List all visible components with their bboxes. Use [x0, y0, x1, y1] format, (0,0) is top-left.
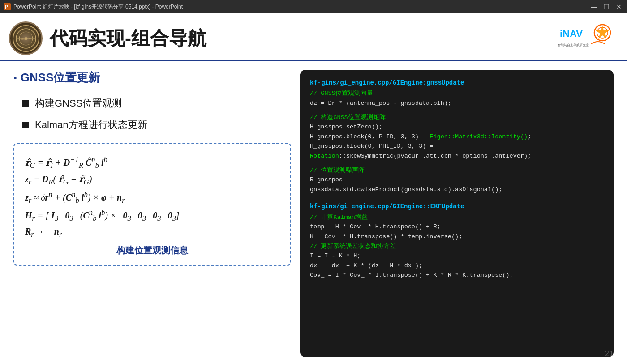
code-section-2-title: kf-gins/gi_engine.cpp/GIEngine::EKFUpdat… [310, 201, 604, 211]
restore-button[interactable]: ❐ [602, 2, 611, 11]
code-line-19: Cov_ = I * Cov_ * I.transpose() + K * R … [310, 270, 604, 280]
svg-text:P: P [5, 4, 8, 9]
code-line-15: K = Cov_ * H.transpose() * temp.inverse(… [310, 232, 604, 242]
bullet-item-2: Kalman方程进行状态更新 [22, 118, 291, 132]
bullet-icon-2 [22, 122, 29, 128]
formula-5: Rr ← nr [25, 227, 279, 239]
code-line-5: H_gnsspos.setZero(); [310, 122, 604, 132]
bullet-list: 构建GNSS位置观测 Kalman方程进行状态更新 [13, 97, 291, 132]
nav-logo: iNAV 智能与自主导航研究室 [555, 24, 614, 53]
bullet-item-1: 构建GNSS位置观测 [22, 97, 291, 110]
close-button[interactable]: ✕ [614, 2, 623, 11]
code-line-16: // 更新系统误差状态和协方差 [310, 242, 604, 252]
formula-1: r̂G = r̂I + D−1R Ĉnb lb [25, 155, 279, 170]
logo-inner: 武汉大学 [13, 25, 39, 52]
formula-4: Hr = [ I3 03 (Cnb lb) × 03 03 03 03] [25, 208, 279, 223]
app-icon: P [4, 3, 11, 10]
code-line-10: // 位置观测噪声阵 [310, 166, 604, 176]
svg-text:武汉大学: 武汉大学 [21, 38, 31, 40]
left-panel: GNSS位置更新 构建GNSS位置观测 Kalman方程进行状态更新 r̂G =… [13, 70, 291, 357]
code-line-13: // 计算Kalman增益 [310, 213, 604, 223]
formula-2: zr = DR( r̂G − r̃G) [25, 174, 279, 187]
code-line-7: H_gnsspos.block(0, PHI_ID, 3, 3) = [310, 141, 604, 151]
code-line-11: R_gnsspos = [310, 175, 604, 185]
slide-title: 代码实现-组合导航 [50, 26, 206, 51]
code-line-8: Rotation::skewSymmetric(pvacur_.att.cbn … [310, 151, 604, 161]
svg-marker-10 [596, 26, 609, 39]
university-logo: 武汉大学 [9, 21, 43, 55]
code-line-17: I = I - K * H; [310, 251, 604, 261]
code-line-2: dz = Dr * (antenna_pos - gnssdata.blh); [310, 98, 604, 108]
right-panel: kf-gins/gi_engine.cpp/GIEngine:gnssUpdat… [300, 70, 614, 357]
bullet-icon-1 [22, 100, 29, 107]
code-blank-1 [310, 108, 604, 113]
slide: 武汉大学 代码实现-组合导航 iNAV 智能与自主导航研究室 [0, 13, 627, 364]
titlebar-text: PowerPoint 幻灯片放映 - [kf-gins开源代码分享-0514.p… [13, 3, 587, 11]
code-blank-2 [310, 161, 604, 166]
bullet-text-1: 构建GNSS位置观测 [35, 97, 122, 110]
code-line-14: temp = H * Cov_ * H.transpose() + R; [310, 222, 604, 232]
page-number: 21 [605, 349, 614, 359]
svg-text:智能与自主导航研究室: 智能与自主导航研究室 [558, 43, 589, 47]
code-line-4: // 构造GNSS位置观测矩阵 [310, 113, 604, 123]
svg-text:iNAV: iNAV [560, 28, 583, 39]
code-line-6: H_gnsspos.block(0, P_ID, 3, 3) = Eigen::… [310, 132, 604, 142]
code-section-1-title: kf-gins/gi_engine.cpp/GIEngine:gnssUpdat… [310, 78, 604, 88]
code-line-1: // GNSS位置观测向量 [310, 89, 604, 98]
bullet-text-2: Kalman方程进行状态更新 [35, 118, 147, 132]
code-blank-3 [310, 194, 604, 201]
minimize-button[interactable]: — [589, 2, 598, 11]
header-left: 武汉大学 代码实现-组合导航 [9, 21, 206, 55]
code-line-12: gnssdata.std.cwiseProduct(gnssdata.std).… [310, 185, 604, 195]
code-block: kf-gins/gi_engine.cpp/GIEngine:gnssUpdat… [300, 70, 614, 357]
titlebar: P PowerPoint 幻灯片放映 - [kf-gins开源代码分享-0514… [0, 0, 627, 13]
formula-3: zr ≈ δrn + (Cnb lb) × φ + nr [25, 190, 279, 205]
slide-header: 武汉大学 代码实现-组合导航 iNAV 智能与自主导航研究室 [0, 13, 627, 61]
code-line-18: dx_ = dx_ + K * (dz - H * dx_); [310, 261, 604, 271]
window-controls: — ❐ ✕ [589, 2, 623, 11]
section-title: GNSS位置更新 [13, 70, 291, 86]
formula-box: r̂G = r̂I + D−1R Ĉnb lb zr = DR( r̂G − r… [13, 143, 291, 266]
slide-body: GNSS位置更新 构建GNSS位置观测 Kalman方程进行状态更新 r̂G =… [0, 61, 627, 364]
formula-caption: 构建位置观测信息 [25, 244, 279, 257]
